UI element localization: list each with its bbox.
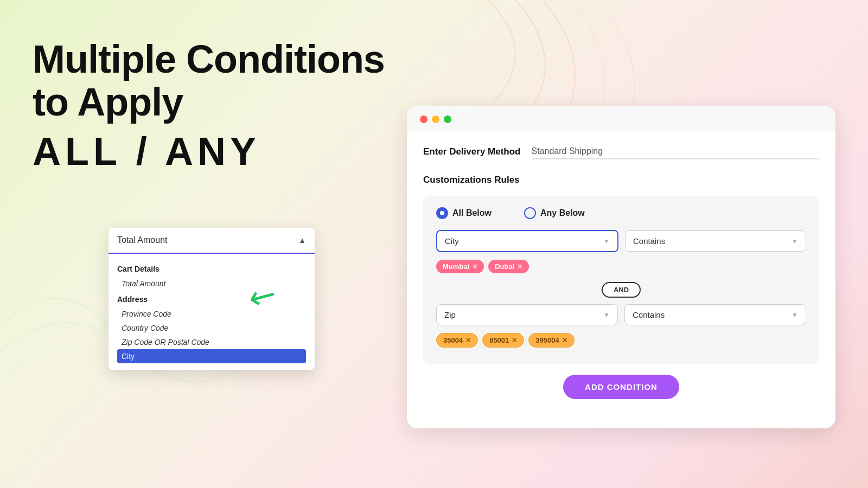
and-badge-row: AND [436,282,806,298]
zip-tags-row: 35004 ✕ 85001 ✕ 395004 ✕ [436,331,806,350]
maximize-button[interactable] [444,115,451,123]
tag-mumbai[interactable]: Mumbai ✕ [436,260,484,273]
dropdown-item-city[interactable]: City [117,349,306,363]
main-title: Multiple Conditions to Apply [33,38,385,124]
remove-dubai-icon[interactable]: ✕ [517,263,522,271]
tag-35004-label: 35004 [443,336,463,344]
left-content: Multiple Conditions to Apply ALL / ANY [33,38,385,174]
radio-any-below[interactable]: Any Below [524,207,585,219]
remove-35004-icon[interactable]: ✕ [465,337,471,344]
operator-select-contains-2[interactable]: Contains ▼ [624,304,806,325]
tag-mumbai-label: Mumbai [443,262,469,271]
chevron-down-icon-4: ▼ [792,311,798,319]
city-tags-row: Mumbai ✕ Dubai ✕ [436,258,806,275]
operator-contains-label-2: Contains [633,310,665,319]
remove-395004-icon[interactable]: ✕ [562,337,567,344]
field-select-city-label: City [445,236,459,246]
minimize-button[interactable] [432,115,439,123]
radio-any-label: Any Below [540,208,585,218]
operator-select-contains-1[interactable]: Contains ▼ [625,230,806,252]
condition-row-1: City ▼ Contains ▼ [436,230,806,252]
group-label-cart: Cart Details [117,265,306,273]
field-dropdown[interactable]: Total Amount ▲ Cart Details Total Amount… [108,228,315,370]
tag-395004[interactable]: 395004 ✕ [528,333,574,348]
tag-35004[interactable]: 35004 ✕ [436,333,478,348]
operator-contains-label-1: Contains [633,236,665,246]
dropdown-current-value: Total Amount [117,235,168,245]
main-panel: Enter Delivery Method Customizations Rul… [407,106,835,428]
and-badge: AND [602,282,641,298]
tag-395004-label: 395004 [535,336,559,344]
field-select-zip-label: Zip [444,310,456,319]
close-button[interactable] [420,115,427,123]
radio-all-indicator [436,207,448,219]
delivery-method-row: Enter Delivery Method [423,144,819,159]
tag-dubai-label: Dubai [495,262,514,271]
tag-85001[interactable]: 85001 ✕ [482,333,524,348]
field-select-city[interactable]: City ▼ [436,230,618,252]
dropdown-item-country-code[interactable]: Country Code [117,321,306,335]
section-title: Customizations Rules [423,175,819,185]
rules-box: All Below Any Below City ▼ Contains ▼ [423,196,819,364]
delivery-method-input[interactable] [532,144,820,159]
radio-all-label: All Below [452,208,492,218]
add-condition-row: ADD CONDITION [423,375,819,399]
dropdown-body: Cart Details Total Amount Address Provin… [108,254,315,370]
chevron-down-icon-2: ▼ [792,237,798,245]
condition-row-2: Zip ▼ Contains ▼ [436,304,806,325]
radio-all-below[interactable]: All Below [436,207,492,219]
remove-mumbai-icon[interactable]: ✕ [472,263,477,271]
tag-85001-label: 85001 [489,336,509,344]
add-condition-button[interactable]: ADD CONDITION [563,375,679,399]
dropdown-item-zip-code[interactable]: Zip Code OR Postal Code [117,335,306,349]
dropdown-item-province-code[interactable]: Province Code [117,307,306,321]
window-controls [407,106,835,131]
remove-85001-icon[interactable]: ✕ [512,337,517,344]
chevron-up-icon: ▲ [298,236,306,245]
radio-any-indicator [524,207,536,219]
chevron-down-icon-3: ▼ [603,311,610,319]
all-any-title: ALL / ANY [33,129,385,174]
field-select-zip[interactable]: Zip ▼ [436,304,618,325]
radio-row: All Below Any Below [436,207,806,219]
chevron-down-icon: ▼ [603,237,610,245]
delivery-method-label: Enter Delivery Method [423,146,521,157]
panel-content: Enter Delivery Method Customizations Rul… [407,131,835,412]
tag-dubai[interactable]: Dubai ✕ [488,260,529,273]
dropdown-trigger[interactable]: Total Amount ▲ [108,228,315,254]
